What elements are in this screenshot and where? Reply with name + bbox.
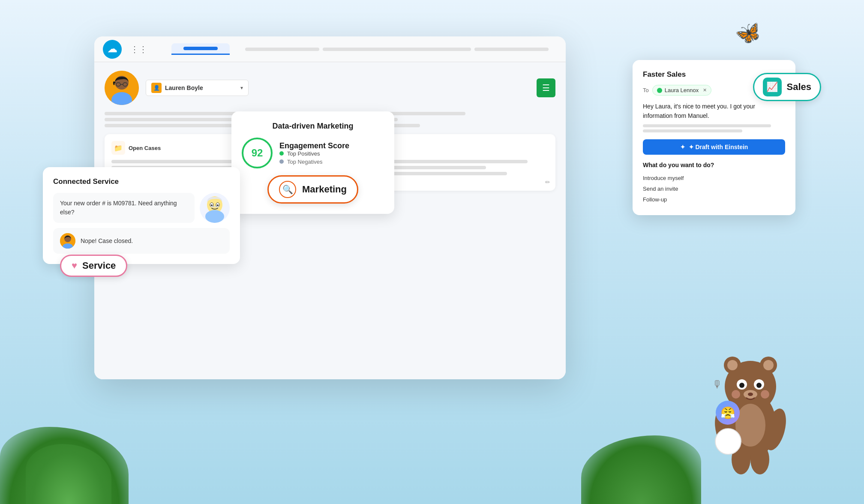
contact-avatar bbox=[105, 71, 139, 105]
salesforce-logo: ☁ bbox=[103, 40, 122, 59]
sales-badge-label: Sales bbox=[787, 81, 812, 93]
contact-name: Lauren Boyle bbox=[165, 84, 203, 91]
service-reply-text: Nope! Case closed. bbox=[81, 237, 133, 244]
edit-icon2[interactable]: ✏ bbox=[545, 179, 550, 186]
app-grid-icon[interactable]: ⋮⋮ bbox=[130, 44, 147, 54]
svg-point-12 bbox=[217, 204, 219, 206]
service-card: Connected Service Your new order # is M0… bbox=[43, 167, 240, 264]
svg-point-27 bbox=[748, 393, 753, 396]
tab-indicator bbox=[183, 47, 218, 50]
marketing-badge-label: Marketing bbox=[302, 184, 347, 195]
positives-row: Top Positives bbox=[279, 150, 349, 157]
service-message: Your new order # is M09781. Need anythin… bbox=[53, 193, 195, 223]
svg-point-23 bbox=[739, 383, 744, 388]
svg-point-21 bbox=[763, 360, 774, 370]
engagement-label: Engagement Score bbox=[279, 141, 349, 150]
negatives-dot bbox=[279, 159, 284, 164]
svg-point-19 bbox=[727, 360, 738, 370]
browser-tab-active[interactable] bbox=[171, 43, 230, 55]
draft-btn-icon: ✦ bbox=[680, 144, 685, 150]
engagement-score-value: 92 bbox=[252, 147, 263, 159]
service-badge-label: Service bbox=[82, 260, 116, 271]
einstein-avatar bbox=[200, 193, 230, 223]
draft-with-einstein-button[interactable]: ✦ ✦ Draft with Einstein bbox=[643, 139, 785, 155]
todo-option-followup[interactable]: Follow-up bbox=[643, 194, 785, 205]
to-label: To bbox=[643, 87, 649, 93]
what-todo-label: What do you want to do? bbox=[643, 162, 785, 168]
contact-name-row[interactable]: 👤 Lauren Boyle ▾ bbox=[146, 80, 249, 96]
open-cases-icon: 📁 bbox=[111, 141, 125, 155]
svg-point-28 bbox=[732, 390, 740, 399]
service-badge: ♥ Service bbox=[60, 255, 127, 277]
recipient-dot bbox=[657, 88, 662, 93]
contact-info: 👤 Lauren Boyle ▾ bbox=[146, 80, 523, 96]
positives-dot bbox=[279, 151, 284, 156]
open-cases-title: Open Cases bbox=[129, 145, 161, 151]
marketing-card: Data-driven Marketing 92 Engagement Scor… bbox=[231, 111, 394, 214]
sales-badge: 📈 Sales bbox=[753, 73, 822, 101]
negatives-row: Top Negatives bbox=[279, 159, 349, 165]
service-reply-row: Nope! Case closed. bbox=[53, 228, 230, 254]
service-card-title: Connected Service bbox=[53, 177, 230, 186]
svg-point-33 bbox=[750, 444, 769, 474]
email-body-text: Hey Laura, it's nice to meet you. I got … bbox=[643, 102, 785, 132]
checklist-icon: ☰ bbox=[537, 78, 555, 97]
draft-btn-label: ✦ Draft with Einstein bbox=[689, 144, 748, 150]
svg-point-29 bbox=[761, 390, 769, 399]
sales-badge-icon: 📈 bbox=[763, 78, 782, 96]
negatives-text: Top Negatives bbox=[287, 159, 322, 165]
contact-icon: 👤 bbox=[151, 83, 162, 93]
recipient-chip[interactable]: Laura Lennox ✕ bbox=[652, 85, 712, 96]
engagement-score-circle: 92 bbox=[242, 138, 273, 168]
svg-point-35 bbox=[715, 429, 741, 454]
browser-toolbar: ☁ ⋮⋮ bbox=[94, 36, 566, 62]
grass-decoration-right bbox=[581, 435, 701, 504]
svg-point-8 bbox=[205, 210, 224, 223]
positives-label: Top Positives bbox=[287, 150, 320, 157]
chip-remove-icon[interactable]: ✕ bbox=[703, 87, 707, 93]
holo-face-icon: 😤 bbox=[716, 401, 740, 425]
engagement-row: 92 Engagement Score Top Positives Top Ne… bbox=[242, 138, 384, 168]
service-badge-icon: ♥ bbox=[72, 260, 77, 271]
todo-option-invite[interactable]: Send an invite bbox=[643, 183, 785, 194]
marketing-badge-icon: 🔍 bbox=[279, 181, 296, 198]
engagement-info: Engagement Score Top Positives Top Negat… bbox=[279, 141, 349, 165]
marketing-title: Data-driven Marketing bbox=[242, 122, 384, 131]
todo-option-introduce[interactable]: Introduce myself bbox=[643, 173, 785, 183]
astro-mascot bbox=[703, 331, 798, 478]
butterfly-decoration: 🦋 bbox=[733, 18, 764, 48]
svg-point-25 bbox=[756, 383, 762, 388]
marketing-badge: 🔍 Marketing bbox=[267, 175, 358, 204]
contact-header: 👤 Lauren Boyle ▾ ☰ bbox=[105, 71, 555, 105]
service-user-avatar bbox=[60, 233, 75, 249]
recipient-name: Laura Lennox bbox=[665, 87, 699, 93]
svg-point-11 bbox=[211, 204, 213, 206]
dropdown-arrow-icon: ▾ bbox=[240, 85, 243, 91]
